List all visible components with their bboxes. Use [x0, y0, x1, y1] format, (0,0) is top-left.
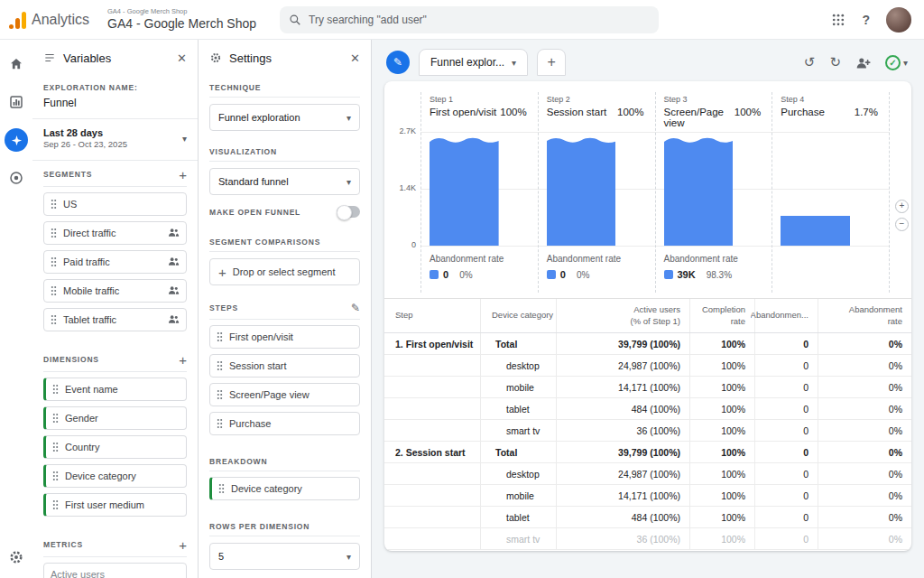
drag-handle-icon[interactable]	[52, 471, 59, 481]
dimension-item[interactable]: Device category	[43, 464, 187, 488]
drag-handle-icon[interactable]	[51, 199, 57, 210]
user-avatar[interactable]	[886, 7, 911, 33]
abandonment-label: Abandonment rate	[547, 254, 655, 264]
col-step: Step	[384, 299, 480, 332]
add-metric-icon[interactable]: +	[179, 538, 187, 552]
chevron-down-icon: ▾	[346, 177, 351, 187]
drag-handle-icon[interactable]	[218, 483, 225, 494]
drag-handle-icon[interactable]	[52, 442, 59, 452]
redo-icon[interactable]: ↻	[829, 54, 841, 70]
dimension-item[interactable]: Gender	[43, 406, 187, 430]
zoom-in-button[interactable]: +	[895, 200, 909, 213]
step-item[interactable]: Session start	[209, 354, 360, 378]
search-input[interactable]	[309, 14, 650, 26]
cell-abandonment-rate: 0%	[818, 485, 911, 506]
segment-drop-target[interactable]: + Drop or select segment	[209, 258, 360, 285]
segments-label: SEGMENTS	[43, 170, 92, 179]
reports-icon[interactable]	[5, 90, 28, 114]
exploration-name-value[interactable]: Funnel	[43, 97, 187, 109]
explore-icon[interactable]	[5, 128, 28, 152]
table-header-row: Step Device category Active users(% of S…	[384, 299, 911, 333]
technique-select[interactable]: Funnel exploration ▾	[209, 104, 360, 131]
add-dimension-icon[interactable]: +	[179, 353, 187, 367]
help-icon[interactable]: ?	[862, 13, 870, 27]
cell-step	[384, 355, 480, 376]
date-range-selector[interactable]: Last 28 days Sep 26 - Oct 23, 2025 ▾	[43, 126, 187, 151]
segment-item[interactable]: US	[43, 192, 187, 216]
breakdown-label: BREAKDOWN	[209, 457, 267, 466]
cell-abandonments: 0	[754, 355, 818, 376]
step-item[interactable]: First open/visit	[209, 325, 360, 349]
property-selector[interactable]: GA4 - Google Merch Shop GA4 - Google Mer…	[107, 8, 256, 31]
step-item[interactable]: Screen/Page view	[209, 383, 360, 406]
add-tab-button[interactable]: +	[537, 49, 566, 76]
date-range: Sep 26 - Oct 23, 2025	[43, 139, 127, 150]
cell-users: 36 (100%)	[556, 528, 689, 549]
drag-handle-icon[interactable]	[51, 285, 57, 296]
cell-abandonments: 0	[754, 507, 818, 527]
admin-gear-icon[interactable]	[5, 545, 28, 569]
search-bar[interactable]	[280, 6, 659, 33]
drag-handle-icon[interactable]	[51, 228, 57, 238]
saved-status-button[interactable]: ✓ ▾	[885, 55, 908, 70]
open-funnel-toggle[interactable]	[337, 206, 360, 218]
share-user-icon[interactable]	[855, 56, 871, 70]
cell-step	[384, 528, 480, 549]
segment-item[interactable]: Direct traffic	[43, 221, 187, 245]
drag-handle-icon[interactable]	[217, 418, 223, 429]
funnel-table: Step Device category Active users(% of S…	[384, 298, 911, 551]
segment-label: US	[63, 199, 77, 210]
drag-handle-icon[interactable]	[52, 413, 59, 424]
table-row: smart tv 36 (100%) 100% 0 0%	[384, 528, 911, 550]
undo-icon[interactable]: ↺	[804, 54, 816, 70]
metric-item[interactable]: Active users	[43, 563, 187, 578]
segment-item[interactable]: Mobile traffic	[43, 279, 187, 303]
visualization-select[interactable]: Standard funnel ▾	[209, 168, 360, 195]
edit-exploration-icon[interactable]: ✎	[386, 51, 410, 74]
canvas-area: ✎ Funnel explor... ▾ + ↺ ↻ ✓ ▾	[372, 40, 924, 578]
variables-title: Variables	[63, 51, 111, 65]
step-rate: 100%	[500, 107, 526, 117]
search-icon	[289, 14, 301, 26]
y-axis: 2.7K 1.4K 0	[392, 92, 420, 293]
people-icon	[168, 228, 180, 238]
dimension-item[interactable]: Event name	[43, 378, 187, 401]
step-label: Purchase	[229, 418, 271, 429]
drag-handle-icon[interactable]	[51, 314, 57, 325]
advertising-icon[interactable]	[5, 166, 28, 190]
rows-per-dimension-value: 5	[218, 551, 224, 562]
dimension-item[interactable]: Country	[43, 435, 187, 459]
drag-handle-icon[interactable]	[51, 256, 57, 267]
chevron-down-icon: ▾	[346, 552, 351, 562]
step-name: Purchase	[781, 107, 825, 117]
cell-step: 2. Session start	[384, 442, 480, 462]
step-item[interactable]: Purchase	[209, 412, 360, 435]
rows-per-dimension-label: ROWS PER DIMENSION	[209, 522, 310, 531]
cell-device: tablet	[480, 507, 556, 527]
dimension-item[interactable]: First user medium	[43, 493, 187, 517]
table-row: 1. First open/visit Total 39,799 (100%) …	[384, 333, 911, 355]
drag-handle-icon[interactable]	[52, 384, 59, 395]
segment-item[interactable]: Paid traffic	[43, 250, 187, 274]
drag-handle-icon[interactable]	[217, 331, 223, 342]
home-icon[interactable]	[5, 52, 28, 76]
drag-handle-icon[interactable]	[52, 499, 59, 510]
segment-item[interactable]: Tablet traffic	[43, 308, 187, 331]
close-icon[interactable]: ✕	[177, 51, 187, 65]
tab-funnel-exploration[interactable]: Funnel explor... ▾	[419, 49, 528, 76]
add-segment-icon[interactable]: +	[179, 168, 187, 182]
rows-per-dimension-select[interactable]: 5 ▾	[209, 543, 360, 570]
cell-device: smart tv	[480, 528, 556, 549]
edit-steps-icon[interactable]: ✎	[351, 302, 360, 314]
drag-handle-icon[interactable]	[217, 360, 223, 371]
cell-device: Total	[480, 442, 556, 462]
zoom-out-button[interactable]: −	[895, 218, 909, 231]
step-number: Step 2	[547, 92, 655, 104]
cell-abandonment-rate: 0%	[818, 333, 911, 354]
drag-handle-icon[interactable]	[217, 389, 223, 400]
cell-step	[384, 420, 480, 441]
apps-grid-icon[interactable]	[831, 13, 845, 27]
cell-step: 1. First open/visit	[384, 333, 480, 354]
breakdown-item[interactable]: Device category	[209, 477, 360, 500]
close-icon[interactable]: ✕	[350, 51, 360, 65]
